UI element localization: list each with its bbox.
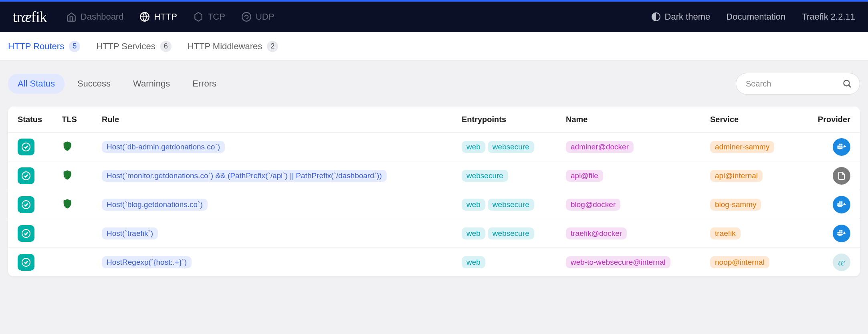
hexagon-icon xyxy=(193,12,204,22)
service-cell: traefik xyxy=(710,227,810,239)
th-name: Name xyxy=(566,115,710,124)
rule-cell: Host(`blog.getdonations.co`) xyxy=(102,199,462,211)
name-cell: blog@docker xyxy=(566,199,710,211)
provider-cell xyxy=(810,167,850,185)
rule-cell: HostRegexp(`{host:.+}`) xyxy=(102,256,462,268)
documentation-link[interactable]: Documentation xyxy=(726,12,785,22)
status-success-icon xyxy=(18,196,34,213)
tls-cell xyxy=(62,198,102,211)
nav-udp[interactable]: UDP xyxy=(241,12,274,22)
status-cell xyxy=(18,139,62,155)
name-pill: blog@docker xyxy=(566,199,620,211)
th-entrypoints: Entrypoints xyxy=(462,115,566,124)
svg-rect-15 xyxy=(841,203,843,205)
name-cell: traefik@docker xyxy=(566,227,710,239)
subnav-services-count: 6 xyxy=(160,41,172,52)
entrypoints-cell: webwebsecure xyxy=(462,141,566,153)
subnav-services-label: HTTP Services xyxy=(96,41,155,52)
table-row[interactable]: HostRegexp(`{host:.+}`)webweb-to-websecu… xyxy=(8,247,860,276)
status-cell xyxy=(18,225,62,242)
th-provider: Provider xyxy=(810,115,850,124)
table-row[interactable]: Host(`monitor.getdonations.co`) && (Path… xyxy=(8,161,860,190)
rule-cell: Host(`monitor.getdonations.co`) && (Path… xyxy=(102,170,462,182)
entrypoint-pill: web xyxy=(462,256,485,268)
nav-dashboard-label: Dashboard xyxy=(81,12,124,22)
status-success-icon xyxy=(18,225,34,242)
entrypoints-cell: websecure xyxy=(462,170,566,182)
content-area: All Status Success Warnings Errors Statu… xyxy=(0,61,868,288)
subnav-middlewares[interactable]: HTTP Middlewares 2 xyxy=(188,41,279,52)
search-wrapper xyxy=(736,73,860,95)
version-link[interactable]: Traefik 2.2.11 xyxy=(801,12,855,22)
table-body: Host(`db-admin.getdonations.co`)webwebse… xyxy=(8,132,860,276)
header-right: Dark theme Documentation Traefik 2.2.11 xyxy=(651,12,855,22)
service-cell: api@internal xyxy=(710,170,810,182)
service-pill: traefik xyxy=(710,227,741,239)
globe-icon xyxy=(139,12,150,22)
th-rule: Rule xyxy=(102,115,462,124)
rule-pill: HostRegexp(`{host:.+}`) xyxy=(102,256,192,268)
filter-bar: All Status Success Warnings Errors xyxy=(8,73,860,95)
service-pill: api@internal xyxy=(710,170,763,182)
svg-rect-23 xyxy=(841,230,843,231)
entrypoints-cell: web xyxy=(462,256,566,268)
subnav-routers-count: 5 xyxy=(69,41,80,52)
provider-cell xyxy=(810,225,850,242)
th-status: Status xyxy=(18,115,62,124)
name-cell: web-to-websecure@internal xyxy=(566,256,710,268)
svg-rect-19 xyxy=(838,232,839,233)
docker-icon xyxy=(833,225,850,242)
subnav-services[interactable]: HTTP Services 6 xyxy=(96,41,172,52)
service-cell: blog-sammy xyxy=(710,199,810,211)
service-pill: blog-sammy xyxy=(710,199,761,211)
status-success-icon xyxy=(18,139,34,155)
entrypoint-pill: web xyxy=(462,199,485,211)
filter-success[interactable]: Success xyxy=(68,74,120,94)
th-service: Service xyxy=(710,115,810,124)
search-input[interactable] xyxy=(736,73,860,95)
name-pill: adminer@docker xyxy=(566,141,634,153)
traefik-icon: æ xyxy=(833,254,850,271)
service-cell: adminer-sammy xyxy=(710,141,810,153)
home-icon xyxy=(66,12,77,22)
tls-cell xyxy=(62,141,102,153)
nav-http[interactable]: HTTP xyxy=(139,12,177,22)
name-cell: adminer@docker xyxy=(566,141,710,153)
logo: træfik xyxy=(13,8,47,26)
version-label: Traefik 2.2.11 xyxy=(801,12,855,22)
table-row[interactable]: Host(`traefik`)webwebsecuretraefik@docke… xyxy=(8,219,860,247)
docker-icon xyxy=(833,196,850,213)
filter-errors[interactable]: Errors xyxy=(183,74,226,94)
name-cell: api@file xyxy=(566,170,710,182)
provider-cell xyxy=(810,138,850,156)
th-tls: TLS xyxy=(62,115,102,124)
status-success-icon xyxy=(18,254,34,271)
subnav-routers-label: HTTP Routers xyxy=(8,41,64,52)
table-row[interactable]: Host(`db-admin.getdonations.co`)webwebse… xyxy=(8,132,860,161)
nav-tcp[interactable]: TCP xyxy=(193,12,225,22)
entrypoint-pill: websecure xyxy=(462,170,508,182)
table-header: Status TLS Rule Entrypoints Name Service… xyxy=(8,107,860,132)
filter-warnings[interactable]: Warnings xyxy=(123,74,180,94)
subnav-routers[interactable]: HTTP Routers 5 xyxy=(8,41,80,52)
dark-theme-toggle[interactable]: Dark theme xyxy=(651,12,711,22)
table-row[interactable]: Host(`blog.getdonations.co`)webwebsecure… xyxy=(8,190,860,219)
status-success-icon xyxy=(18,167,34,184)
rule-pill: Host(`blog.getdonations.co`) xyxy=(102,199,208,211)
search-icon xyxy=(842,79,852,89)
subnav: HTTP Routers 5 HTTP Services 6 HTTP Midd… xyxy=(0,32,868,61)
entrypoint-pill: websecure xyxy=(488,141,534,153)
svg-point-3 xyxy=(844,80,850,86)
svg-rect-10 xyxy=(841,143,843,145)
provider-cell: æ xyxy=(810,254,850,271)
provider-cell xyxy=(810,196,850,213)
subnav-middlewares-count: 2 xyxy=(267,41,278,52)
rule-cell: Host(`traefik`) xyxy=(102,227,462,239)
svg-rect-17 xyxy=(841,201,843,203)
svg-rect-21 xyxy=(841,232,843,233)
nav-dashboard[interactable]: Dashboard xyxy=(66,12,124,22)
main-nav: Dashboard HTTP TCP UDP xyxy=(66,12,651,22)
svg-rect-14 xyxy=(839,203,841,205)
filter-all-status[interactable]: All Status xyxy=(8,74,65,94)
svg-rect-7 xyxy=(839,145,841,147)
